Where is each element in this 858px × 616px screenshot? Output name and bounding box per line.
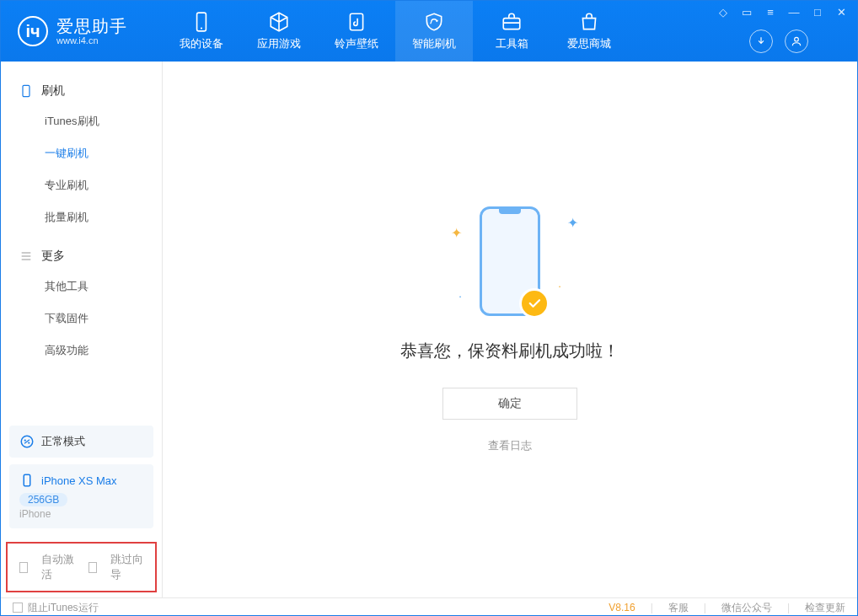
sidebar: 刷机 iTunes刷机 一键刷机 专业刷机 批量刷机 更多 其他工具 下载固件 …: [1, 62, 163, 597]
checkbox-block-itunes[interactable]: [13, 603, 23, 613]
success-illustration: ✦ ✦ • •: [480, 206, 540, 316]
checkbox-skip-guide[interactable]: [88, 562, 97, 573]
label-block-itunes: 阻止iTunes运行: [28, 601, 99, 615]
user-icon: [791, 35, 802, 47]
link-support[interactable]: 客服: [668, 601, 689, 615]
download-icon: [755, 35, 767, 47]
menu-icon[interactable]: ≡: [763, 6, 778, 19]
device-type: iPhone: [19, 508, 143, 520]
sidebar-item-oneclick-flash[interactable]: 一键刷机: [1, 137, 162, 169]
sidebar-section-more: 更多: [1, 242, 162, 271]
svg-rect-9: [24, 474, 30, 486]
sparkle-icon: •: [459, 294, 466, 301]
skin-icon[interactable]: ◇: [716, 6, 731, 19]
feedback-icon[interactable]: ▭: [739, 6, 754, 19]
svg-point-4: [795, 37, 799, 41]
svg-rect-3: [503, 19, 520, 29]
sidebar-item-batch-flash[interactable]: 批量刷机: [1, 201, 162, 233]
label-auto-activate: 自动激活: [41, 552, 74, 582]
nav-tabs: 我的设备 应用游戏 铃声壁纸 智能刷机 工具箱 爱思商城: [163, 1, 628, 62]
tab-my-device[interactable]: 我的设备: [163, 1, 240, 62]
mode-icon: [19, 434, 35, 449]
highlighted-options: 自动激活 跳过向导: [6, 542, 157, 592]
sidebar-item-pro-flash[interactable]: 专业刷机: [1, 169, 162, 201]
app-title: 爱思助手: [56, 17, 127, 35]
sidebar-section-flash: 刷机: [1, 77, 162, 105]
sparkle-icon: •: [559, 284, 566, 291]
refresh-shield-icon: [423, 11, 445, 33]
sidebar-item-itunes-flash[interactable]: iTunes刷机: [1, 105, 162, 137]
tab-store[interactable]: 爱思商城: [550, 1, 628, 62]
mode-panel[interactable]: 正常模式: [9, 426, 153, 458]
view-log-link[interactable]: 查看日志: [488, 438, 532, 453]
download-button[interactable]: [749, 29, 773, 53]
device-icon: [190, 11, 212, 33]
toolbox-icon: [501, 11, 523, 33]
logo-area: iч 爱思助手 www.i4.cn: [1, 16, 163, 46]
success-message: 恭喜您，保资料刷机成功啦！: [400, 340, 619, 362]
maximize-icon[interactable]: □: [810, 6, 825, 19]
link-check-update[interactable]: 检查更新: [805, 601, 845, 615]
svg-point-1: [201, 28, 202, 29]
titlebar: iч 爱思助手 www.i4.cn 我的设备 应用游戏 铃声壁纸 智能刷机 工具…: [1, 1, 857, 62]
sidebar-item-advanced[interactable]: 高级功能: [1, 335, 162, 367]
app-url: www.i4.cn: [56, 35, 127, 46]
label-skip-guide: 跳过向导: [110, 552, 143, 582]
tab-ringtone-wallpaper[interactable]: 铃声壁纸: [318, 1, 395, 62]
svg-rect-5: [23, 85, 29, 96]
device-panel[interactable]: iPhone XS Max 256GB iPhone: [9, 464, 153, 528]
svg-rect-2: [350, 13, 362, 30]
sidebar-item-other-tools[interactable]: 其他工具: [1, 271, 162, 303]
link-wechat[interactable]: 微信公众号: [721, 601, 772, 615]
device-phone-icon: [19, 473, 35, 488]
tab-apps-games[interactable]: 应用游戏: [240, 1, 318, 62]
tab-toolbox[interactable]: 工具箱: [473, 1, 550, 62]
checkbox-auto-activate[interactable]: [19, 562, 28, 573]
success-check-badge: [519, 288, 550, 319]
svg-point-8: [28, 442, 29, 443]
close-icon[interactable]: ✕: [834, 6, 849, 19]
sparkle-icon: ✦: [451, 225, 458, 232]
user-button[interactable]: [785, 29, 808, 53]
shopping-bag-icon: [578, 11, 600, 33]
minimize-icon[interactable]: —: [786, 6, 802, 19]
sparkle-icon: ✦: [567, 215, 574, 222]
sidebar-item-download-firmware[interactable]: 下载固件: [1, 303, 162, 335]
window-controls: ◇ ▭ ≡ — □ ✕: [716, 6, 849, 19]
check-icon: [527, 296, 542, 311]
main-content: ✦ ✦ • • 恭喜您，保资料刷机成功啦！ 确定 查看日志: [163, 62, 857, 597]
list-icon: [19, 249, 33, 263]
cube-icon: [268, 11, 290, 33]
music-file-icon: [346, 11, 367, 33]
ok-button[interactable]: 确定: [442, 388, 577, 420]
statusbar: 阻止iTunes运行 V8.16 | 客服 | 微信公众号 | 检查更新: [1, 597, 857, 616]
app-logo-icon: iч: [18, 16, 48, 46]
device-storage: 256GB: [19, 493, 67, 506]
phone-outline-icon: [480, 206, 540, 316]
phone-icon: [19, 84, 33, 98]
svg-point-7: [24, 439, 26, 441]
tab-smart-flash[interactable]: 智能刷机: [395, 1, 473, 62]
device-name: iPhone XS Max: [41, 474, 117, 487]
version-label: V8.16: [609, 602, 635, 613]
